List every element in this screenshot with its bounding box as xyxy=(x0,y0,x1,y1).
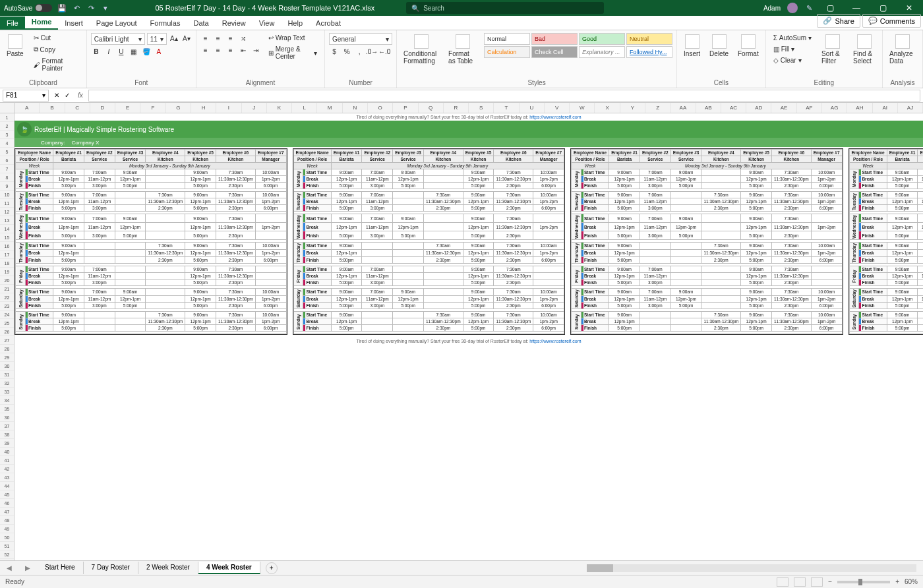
time-cell[interactable]: 12pm-1pm xyxy=(185,273,216,279)
maximize-icon[interactable]: ▢ xyxy=(873,3,893,13)
time-cell[interactable]: 9:00am xyxy=(185,214,216,223)
time-cell[interactable]: 9:00am xyxy=(887,289,918,295)
time-cell[interactable]: 5:00pm xyxy=(185,256,216,264)
time-cell[interactable]: 3:00pm xyxy=(918,205,923,212)
time-cell[interactable]: 5:00pm xyxy=(53,302,84,309)
italic-icon[interactable]: I xyxy=(104,46,114,57)
time-cell[interactable]: 9:00am xyxy=(185,312,216,318)
time-cell[interactable]: 11:30am-12:30pm xyxy=(771,273,811,279)
time-cell[interactable]: 7:30am xyxy=(146,192,185,198)
time-cell[interactable]: 2:30pm xyxy=(494,256,533,264)
time-cell[interactable]: 5:00pm xyxy=(463,256,494,264)
decrease-indent-icon[interactable]: ⇤ xyxy=(238,45,249,55)
time-cell[interactable] xyxy=(423,279,463,286)
time-cell[interactable]: 9:00am xyxy=(393,289,424,295)
time-cell[interactable]: 9:00am xyxy=(887,192,918,198)
time-cell[interactable]: 2:30pm xyxy=(771,256,811,264)
header-cell[interactable]: Employee #6 xyxy=(216,150,255,156)
time-cell[interactable]: 7:30am xyxy=(494,289,533,295)
time-cell[interactable]: 5:00pm xyxy=(741,325,772,332)
role-cell[interactable]: Position / Role xyxy=(572,156,609,163)
time-cell[interactable]: 1pm-2pm xyxy=(533,318,564,325)
time-cell[interactable]: 11:30am-12:30pm xyxy=(771,295,811,302)
time-cell[interactable]: 5:00pm xyxy=(609,302,640,309)
time-cell[interactable]: 5:00pm xyxy=(393,302,424,309)
time-cell[interactable]: 5:00pm xyxy=(609,231,640,240)
time-cell[interactable]: 1pm-2pm xyxy=(811,176,842,183)
time-cell[interactable]: 7:30am xyxy=(216,243,255,250)
time-cell[interactable]: 11:30am-12:30pm xyxy=(423,198,463,205)
time-cell[interactable]: 9:00am xyxy=(393,214,424,223)
time-cell[interactable]: 7:00am xyxy=(362,289,393,295)
header-cell[interactable]: Employee Name xyxy=(572,150,609,156)
redo-icon[interactable]: ↷ xyxy=(86,3,96,13)
time-cell[interactable] xyxy=(670,266,701,273)
header-cell[interactable]: Employee #4 xyxy=(701,150,741,156)
ribbon-toggle-icon[interactable]: ▢ xyxy=(820,3,840,13)
time-cell[interactable]: 6:00pm xyxy=(255,205,286,212)
time-cell[interactable]: 9:00am xyxy=(331,266,362,273)
time-cell[interactable]: 11:30am-12:30pm xyxy=(423,318,463,325)
time-cell[interactable]: 5:00pm xyxy=(53,325,84,332)
time-cell[interactable] xyxy=(115,249,146,256)
time-cell[interactable]: 6:00pm xyxy=(255,325,286,332)
time-cell[interactable] xyxy=(701,223,741,231)
time-cell[interactable] xyxy=(393,325,424,332)
time-cell[interactable]: 10:00am xyxy=(255,243,286,250)
time-cell[interactable]: 12pm-1pm xyxy=(741,295,772,302)
time-cell[interactable] xyxy=(918,325,923,332)
time-cell[interactable] xyxy=(393,266,424,273)
row-header[interactable]: 21 xyxy=(0,285,14,293)
time-cell[interactable] xyxy=(670,256,701,264)
time-cell[interactable] xyxy=(362,312,393,318)
style-followed-hyperlink[interactable]: Followed Hy... xyxy=(626,46,672,58)
time-cell[interactable]: 2:30pm xyxy=(771,205,811,212)
time-cell[interactable]: 12pm-1pm xyxy=(185,176,216,183)
role-cell[interactable]: Kitchen xyxy=(494,156,533,163)
time-cell[interactable]: 11am-12pm xyxy=(84,198,115,205)
time-cell[interactable]: 10:00am xyxy=(811,169,842,176)
header-cell[interactable]: Employee #4 xyxy=(146,150,185,156)
time-cell[interactable] xyxy=(362,249,393,256)
time-cell[interactable]: 11:30am-12:30pm xyxy=(771,249,811,256)
time-cell[interactable]: 5:00pm xyxy=(185,279,216,286)
time-cell[interactable]: 12pm-1pm xyxy=(53,223,84,231)
time-cell[interactable]: 6:00pm xyxy=(255,183,286,189)
row-header[interactable]: 17 xyxy=(0,250,14,259)
time-cell[interactable]: 5:00pm xyxy=(331,256,362,264)
role-cell[interactable]: Service xyxy=(640,156,670,163)
time-cell[interactable]: 12pm-1pm xyxy=(609,295,640,302)
time-cell[interactable]: 5:00pm xyxy=(887,325,918,332)
time-cell[interactable]: 2:30pm xyxy=(771,325,811,332)
time-cell[interactable] xyxy=(423,295,463,302)
row-header[interactable]: 44 xyxy=(0,482,14,490)
time-cell[interactable]: 12pm-1pm xyxy=(463,198,494,205)
time-cell[interactable] xyxy=(84,325,115,332)
time-cell[interactable]: 7:30am xyxy=(494,169,533,176)
header-cell[interactable]: Employee #5 xyxy=(185,150,216,156)
row-header[interactable]: 25 xyxy=(0,319,14,328)
time-cell[interactable]: 12pm-1pm xyxy=(185,295,216,302)
time-cell[interactable]: 5:00pm xyxy=(887,302,918,309)
undo-icon[interactable]: ↶ xyxy=(72,3,81,13)
header-cell[interactable]: Employee #1 xyxy=(331,150,362,156)
align-middle-icon[interactable]: ≡ xyxy=(213,33,223,44)
align-right-icon[interactable]: ≡ xyxy=(225,45,236,55)
merge-center-button[interactable]: ⊞ Merge & Center ▾ xyxy=(265,44,320,61)
column-header[interactable]: I xyxy=(216,103,241,113)
time-cell[interactable]: 5:00pm xyxy=(670,302,701,309)
time-cell[interactable]: 12pm-1pm xyxy=(670,223,701,231)
column-header[interactable]: K xyxy=(267,103,292,113)
time-cell[interactable]: 12pm-1pm xyxy=(53,273,84,279)
time-cell[interactable]: 2:30pm xyxy=(771,231,811,240)
time-cell[interactable]: 3:00pm xyxy=(84,183,115,189)
time-cell[interactable] xyxy=(670,205,701,212)
time-cell[interactable]: 5:00pm xyxy=(115,302,146,309)
time-cell[interactable] xyxy=(423,273,463,279)
time-cell[interactable]: 5:00pm xyxy=(741,256,772,264)
week-range[interactable]: Monday 3rd January - Sunday 9th January xyxy=(331,163,564,169)
time-cell[interactable] xyxy=(423,169,463,176)
time-cell[interactable] xyxy=(640,256,670,264)
time-cell[interactable]: 9:00am xyxy=(463,312,494,318)
time-cell[interactable]: 9:00am xyxy=(53,169,84,176)
